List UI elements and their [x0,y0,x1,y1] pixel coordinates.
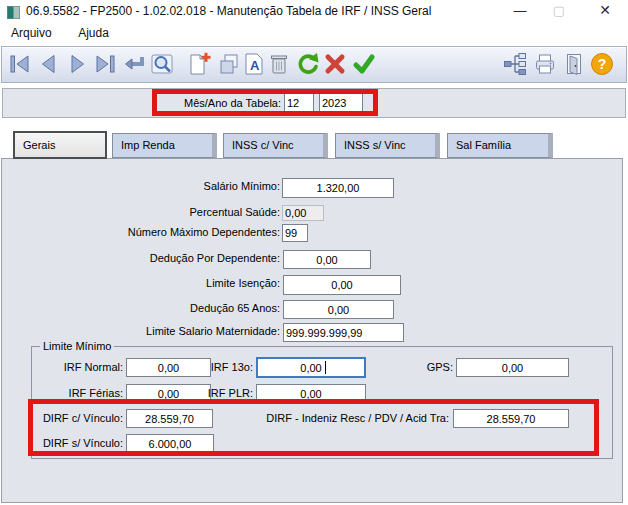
numero-maximo-dependentes-input[interactable] [282,224,308,242]
limite-minimo-legend: Limite Mínimo [40,340,114,352]
month-input[interactable] [284,93,314,113]
window-title: 06.9.5582 - FP2500 - 1.02.02.018 - Manut… [26,4,431,18]
menubar: Arquivo Ajuda [0,22,628,44]
gps-input[interactable] [456,358,569,377]
tab-sal-familia-label: Sal Família [456,139,511,151]
exit-icon[interactable] [561,51,587,77]
close-button[interactable]: ✕ [589,0,621,22]
edit-record-icon[interactable]: A [241,51,267,77]
maximize-button: ▢ [543,0,575,22]
toolbar: A ? [1,46,627,83]
salario-minimo-input[interactable] [282,178,394,198]
go-to-record-icon[interactable] [122,51,148,77]
menu-arquivo[interactable]: Arquivo [0,22,63,40]
help-icon[interactable]: ? [589,51,615,77]
tab-strip: Gerais Imp Renda INSS c/ Vinc INSS s/ Vi… [0,130,628,159]
gerais-panel: Salário Mínimo: Percentual Saúde: Número… [1,158,623,503]
dirf-indeniz-label: DIRF - Indeniz Resc / PDV / Acid Tra: [232,412,449,424]
titlebar: 06.9.5582 - FP2500 - 1.02.02.018 - Manut… [0,0,628,22]
limite-isencao-input[interactable] [283,275,401,295]
limite-isencao-label: Limite Isenção: [12,277,280,289]
dirf-c-vinculo-input[interactable] [126,409,213,428]
search-record-icon[interactable] [149,51,175,77]
period-label: Mês/Ano da Tabela: [3,97,281,109]
irf-normal-label: IRF Normal: [32,361,123,373]
tab-inss-s-vinc-label: INSS s/ Vinc [344,139,406,151]
period-band: Mês/Ano da Tabela: [2,88,626,118]
add-record-icon[interactable] [186,51,212,77]
minimize-button[interactable]: — [504,0,536,22]
irf-plr-label: IRF PLR: [182,387,253,399]
delete-record-icon[interactable] [266,51,292,77]
undo-icon[interactable] [294,51,320,77]
tab-imp-renda-label: Imp Renda [121,139,175,151]
deducao-65-anos-label: Dedução 65 Anos: [12,302,280,314]
percentual-saude-input [282,205,324,221]
tab-gerais[interactable]: Gerais [13,131,107,159]
svg-text:A: A [250,58,260,73]
cancel-icon[interactable] [322,51,348,77]
last-record-icon[interactable] [92,51,118,77]
confirm-icon[interactable] [351,51,377,77]
hierarchy-icon[interactable] [502,51,528,77]
dirf-c-vinculo-label: DIRF c/ Vínculo: [22,412,123,424]
irf-13o-label: IRF 13o: [182,361,253,373]
percentual-saude-label: Percentual Saúde: [12,206,280,218]
tab-gerais-label: Gerais [23,139,55,151]
irf-13o-input[interactable] [256,357,366,378]
print-icon[interactable] [532,51,558,77]
gps-label: GPS: [393,361,453,373]
numero-maximo-dependentes-label: Número Máximo Dependentes: [12,226,280,238]
tab-inss-s-vinc[interactable]: INSS s/ Vinc [335,133,440,158]
deducao-65-anos-input[interactable] [283,300,394,319]
year-input[interactable] [319,93,363,113]
deducao-por-dependente-input[interactable] [283,250,371,269]
copy-record-icon[interactable] [216,51,242,77]
app-icon [7,5,20,18]
tab-inss-c-vinc-label: INSS c/ Vinc [232,139,294,151]
dirf-indeniz-input[interactable] [453,409,569,428]
app-window: 06.9.5582 - FP2500 - 1.02.02.018 - Manut… [0,0,628,505]
irf-plr-input[interactable] [256,384,366,403]
tab-inss-c-vinc[interactable]: INSS c/ Vinc [223,133,328,158]
limite-salario-maternidade-input[interactable] [283,323,404,342]
text-caret [325,361,326,374]
tab-imp-renda[interactable]: Imp Renda [112,133,217,158]
dirf-s-vinculo-label: DIRF s/ Vínculo: [22,437,123,449]
salario-minimo-label: Salário Mínimo: [12,180,280,192]
next-record-icon[interactable] [64,51,90,77]
tab-sal-familia[interactable]: Sal Família [447,133,553,158]
irf-ferias-label: IRF Férias: [32,387,123,399]
deducao-por-dependente-label: Dedução Por Dependente: [12,252,280,264]
limite-salario-maternidade-label: Limite Salario Maternidade: [12,325,280,337]
first-record-icon[interactable] [7,51,33,77]
svg-text:?: ? [598,56,607,72]
previous-record-icon[interactable] [36,51,62,77]
menu-ajuda[interactable]: Ajuda [67,22,120,40]
dirf-s-vinculo-input[interactable] [126,434,214,453]
